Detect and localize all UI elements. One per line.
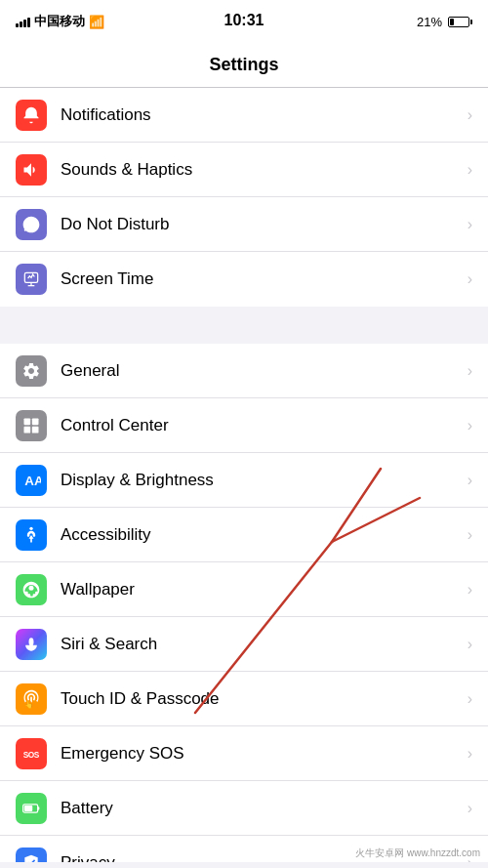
chevron-icon: › xyxy=(468,690,472,708)
sounds-icon xyxy=(16,154,47,186)
chevron-icon: › xyxy=(468,636,472,653)
siri-icon xyxy=(16,629,47,660)
general-icon xyxy=(16,355,47,387)
wallpaper-label: Wallpaper xyxy=(61,580,468,599)
sidebar-item-controlcenter[interactable]: Control Center › xyxy=(0,398,488,453)
sidebar-item-general[interactable]: General › xyxy=(0,344,488,398)
status-left: 中国移动 📶 xyxy=(16,13,104,30)
sidebar-item-accessibility[interactable]: Accessibility › xyxy=(0,508,488,562)
chevron-icon: › xyxy=(468,161,472,179)
sos-icon: SOS xyxy=(16,738,47,769)
sidebar-item-battery[interactable]: Battery › xyxy=(0,781,488,836)
chevron-icon: › xyxy=(468,745,472,763)
carrier-label: 中国移动 xyxy=(34,13,85,30)
chevron-icon: › xyxy=(468,417,472,434)
display-label: Display & Brightness xyxy=(61,471,468,490)
sidebar-item-notifications[interactable]: Notifications › xyxy=(0,88,488,143)
chevron-icon: › xyxy=(468,472,472,489)
accessibility-label: Accessibility xyxy=(61,525,468,545)
touchid-label: Touch ID & Passcode xyxy=(61,689,468,709)
battery-icon xyxy=(448,17,472,27)
chevron-icon: › xyxy=(468,106,472,124)
settings-section-1: Notifications › Sounds & Haptics › Do No… xyxy=(0,88,488,307)
sidebar-item-screentime[interactable]: Screen Time › xyxy=(0,252,488,307)
dnd-label: Do Not Disturb xyxy=(61,215,468,234)
settings-section-2: General › Control Center › AA Display & … xyxy=(0,344,488,862)
chevron-icon: › xyxy=(468,581,472,599)
general-label: General xyxy=(61,361,468,381)
sidebar-item-dnd[interactable]: Do Not Disturb › xyxy=(0,197,488,252)
display-icon: AA xyxy=(16,465,47,496)
screentime-label: Screen Time xyxy=(61,269,468,289)
screentime-icon xyxy=(16,264,47,295)
svg-point-6 xyxy=(29,526,32,529)
chevron-icon: › xyxy=(468,216,472,233)
svg-rect-12 xyxy=(38,806,40,809)
sidebar-item-sounds[interactable]: Sounds & Haptics › xyxy=(0,143,488,197)
svg-rect-2 xyxy=(32,418,39,425)
sidebar-item-touchid[interactable]: 👆 Touch ID & Passcode › xyxy=(0,672,488,726)
chevron-icon: › xyxy=(468,526,472,544)
battery-label: Battery xyxy=(61,799,468,818)
signal-icon xyxy=(16,16,30,27)
settings-container: Notifications › Sounds & Haptics › Do No… xyxy=(0,88,488,862)
chevron-icon: › xyxy=(468,362,472,380)
dnd-icon xyxy=(16,209,47,240)
wallpaper-icon xyxy=(16,574,47,605)
sidebar-item-display[interactable]: AA Display & Brightness › xyxy=(0,453,488,508)
privacy-icon xyxy=(16,847,47,862)
siri-label: Siri & Search xyxy=(61,635,468,654)
svg-text:SOS: SOS xyxy=(23,750,40,760)
notifications-label: Notifications xyxy=(61,105,468,125)
svg-rect-4 xyxy=(32,426,39,433)
controlcenter-icon xyxy=(16,410,47,441)
svg-rect-13 xyxy=(24,806,32,811)
touchid-icon: 👆 xyxy=(16,683,47,715)
accessibility-icon xyxy=(16,519,47,551)
svg-rect-1 xyxy=(24,418,31,425)
wifi-icon: 📶 xyxy=(89,15,104,29)
svg-point-8 xyxy=(29,638,34,645)
status-time: 10:31 xyxy=(224,12,264,29)
chevron-icon: › xyxy=(468,800,472,817)
sidebar-item-sos[interactable]: SOS Emergency SOS › xyxy=(0,726,488,781)
watermark: 火牛安卓网 www.hnzzdt.com xyxy=(355,847,480,860)
battery-setting-icon xyxy=(16,793,47,824)
controlcenter-label: Control Center xyxy=(61,416,468,435)
sidebar-item-siri[interactable]: Siri & Search › xyxy=(0,617,488,672)
svg-text:👆: 👆 xyxy=(24,699,34,708)
svg-rect-3 xyxy=(24,426,31,433)
page-title: Settings xyxy=(209,55,278,74)
notifications-icon xyxy=(16,100,47,131)
status-right: 21% xyxy=(417,15,472,29)
svg-point-7 xyxy=(29,585,34,590)
nav-header: Settings xyxy=(0,43,488,88)
sidebar-item-wallpaper[interactable]: Wallpaper › xyxy=(0,562,488,617)
chevron-icon: › xyxy=(468,270,472,288)
sounds-label: Sounds & Haptics xyxy=(61,160,468,180)
battery-percent: 21% xyxy=(417,15,442,29)
status-bar: 中国移动 📶 10:31 21% xyxy=(0,0,488,43)
sos-label: Emergency SOS xyxy=(61,744,468,764)
svg-text:AA: AA xyxy=(24,474,41,488)
